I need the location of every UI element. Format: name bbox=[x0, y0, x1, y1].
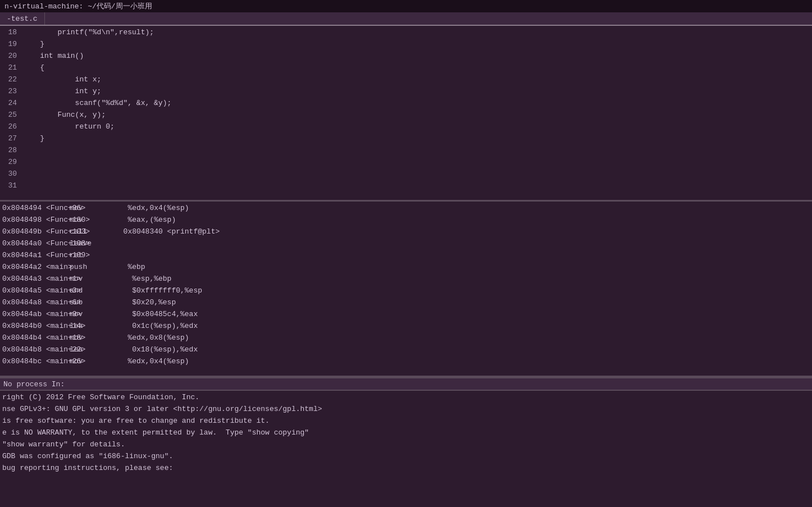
file-tab[interactable]: -test.c bbox=[0, 12, 45, 25]
asm-instruction: call bbox=[70, 227, 115, 236]
source-line: 19 } bbox=[0, 40, 812, 52]
line-code: Func(x, y); bbox=[22, 111, 106, 119]
asm-operands: $0x80485c4,%eax bbox=[115, 310, 198, 318]
asm-operands: %edx,0x8(%esp) bbox=[115, 334, 189, 342]
asm-address: 0x80484b0 <main+14> bbox=[2, 322, 70, 330]
line-number: 30 bbox=[2, 170, 22, 178]
line-code: scanf("%d%d", &x, &y); bbox=[22, 99, 171, 107]
line-code: } bbox=[22, 40, 44, 48]
asm-operands: %esp,%ebp bbox=[115, 275, 171, 283]
asm-operands: 0x8048340 <printf@plt> bbox=[115, 227, 220, 236]
asm-address: 0x80484ab <main+9> bbox=[2, 310, 70, 318]
source-line: 20 int main() bbox=[0, 52, 812, 63]
line-number: 21 bbox=[2, 63, 22, 72]
source-line: 30 bbox=[0, 170, 812, 181]
asm-line: 0x80484a0 <Func+108> leave bbox=[0, 239, 812, 251]
asm-address: 0x80484a1 <Func+109> bbox=[2, 251, 70, 259]
console-line: e is NO WARRANTY, to the extent permitte… bbox=[2, 428, 810, 440]
source-line: 22 int x; bbox=[0, 75, 812, 87]
asm-address: 0x80484a2 <main> bbox=[2, 263, 70, 271]
asm-line: 0x80484a1 <Func+109> ret bbox=[0, 251, 812, 263]
line-code: } bbox=[22, 134, 44, 143]
line-code: { bbox=[22, 63, 44, 72]
source-line: 28 bbox=[0, 146, 812, 158]
asm-instruction: ret bbox=[70, 251, 115, 259]
console-line: nse GPLv3+: GNU GPL version 3 or later <… bbox=[2, 405, 810, 417]
source-line: 26 return 0; bbox=[0, 122, 812, 134]
line-code: return 0; bbox=[22, 122, 115, 131]
asm-address: 0x80484a5 <main+3> bbox=[2, 286, 70, 295]
asm-address: 0x80484b4 <main+18> bbox=[2, 334, 70, 342]
asm-operands: %ebp bbox=[115, 263, 145, 271]
source-line: 25 Func(x, y); bbox=[0, 111, 812, 122]
asm-instruction: mov bbox=[70, 275, 115, 283]
line-code: int x; bbox=[22, 75, 101, 84]
line-number: 31 bbox=[2, 181, 22, 190]
line-code: int y; bbox=[22, 87, 101, 95]
asm-operands: $0x20,%esp bbox=[115, 298, 176, 307]
asm-line: 0x80484b0 <main+14> lea 0x1c(%esp),%edx bbox=[0, 322, 812, 334]
asm-address: 0x8048494 <Func+96> bbox=[2, 204, 70, 212]
line-number: 18 bbox=[2, 28, 22, 36]
asm-line: 0x80484a2 <main> push %ebp bbox=[0, 263, 812, 275]
asm-instruction: mov bbox=[70, 334, 115, 342]
line-number: 27 bbox=[2, 134, 22, 143]
asm-instruction: mov bbox=[70, 216, 115, 224]
console-line: GDB was configured as "i686-linux-gnu". bbox=[2, 452, 810, 464]
source-line: 27 } bbox=[0, 134, 812, 146]
asm-operands: 0x18(%esp),%edx bbox=[115, 345, 198, 354]
source-pane: 18 printf("%d\n",result);19 }20 int main… bbox=[0, 26, 812, 200]
asm-address: 0x8048498 <Func+100> bbox=[2, 216, 70, 224]
asm-address: 0x80484b8 <main+22> bbox=[2, 345, 70, 354]
line-number: 19 bbox=[2, 40, 22, 48]
source-line: 29 bbox=[0, 158, 812, 170]
asm-line: 0x8048494 <Func+96> mov %edx,0x4(%esp) bbox=[0, 204, 812, 216]
status-text: No process In: bbox=[3, 380, 65, 389]
line-number: 29 bbox=[2, 158, 22, 166]
asm-instruction: sub bbox=[70, 298, 115, 307]
asm-instruction: leave bbox=[70, 239, 115, 248]
asm-line: 0x80484bc <main+26> mov %edx,0x4(%esp) bbox=[0, 357, 812, 369]
asm-operands: %eax,(%esp) bbox=[115, 216, 176, 224]
asm-line: 0x8048498 <Func+100> mov %eax,(%esp) bbox=[0, 216, 812, 227]
asm-line: 0x80484a8 <main+6> sub $0x20,%esp bbox=[0, 298, 812, 310]
console-line: right (C) 2012 Free Software Foundation,… bbox=[2, 393, 810, 405]
asm-address: 0x804849b <Func+103> bbox=[2, 227, 70, 236]
console-line: "show warranty" for details. bbox=[2, 440, 810, 452]
asm-instruction: and bbox=[70, 286, 115, 295]
asm-instruction: push bbox=[70, 263, 115, 271]
asm-operands: 0x1c(%esp),%edx bbox=[115, 322, 198, 330]
line-code: int main() bbox=[22, 52, 84, 60]
asm-instruction: mov bbox=[70, 357, 115, 366]
file-tab-label: -test.c bbox=[7, 15, 38, 23]
asm-address: 0x80484a3 <main+1> bbox=[2, 275, 70, 283]
asm-line: 0x80484a5 <main+3> and $0xfffffff0,%esp bbox=[0, 286, 812, 298]
asm-instruction: lea bbox=[70, 345, 115, 354]
line-number: 24 bbox=[2, 99, 22, 107]
source-line: 23 int y; bbox=[0, 87, 812, 99]
line-number: 25 bbox=[2, 111, 22, 119]
line-number: 22 bbox=[2, 75, 22, 84]
asm-line: 0x80484a3 <main+1> mov %esp,%ebp bbox=[0, 275, 812, 286]
title-bar: n-virtual-machine: ~/代码/周一小班用 bbox=[0, 0, 812, 12]
console-line: bug reporting instructions, please see: bbox=[2, 464, 810, 476]
asm-instruction: mov bbox=[70, 310, 115, 318]
asm-line: 0x80484ab <main+9> mov $0x80485c4,%eax bbox=[0, 310, 812, 322]
source-line: 18 printf("%d\n",result); bbox=[0, 28, 812, 40]
asm-operands: $0xfffffff0,%esp bbox=[115, 286, 202, 295]
asm-line: 0x804849b <Func+103> call 0x8048340 <pri… bbox=[0, 227, 812, 239]
asm-instruction: lea bbox=[70, 322, 115, 330]
line-number: 23 bbox=[2, 87, 22, 95]
tab-bar: -test.c bbox=[0, 12, 812, 26]
line-code: printf("%d\n",result); bbox=[22, 28, 154, 36]
source-line: 31 bbox=[0, 181, 812, 193]
disasm-pane: 0x8048494 <Func+96> mov %edx,0x4(%esp)0x… bbox=[0, 202, 812, 376]
console-line: is free software: you are free to change… bbox=[2, 417, 810, 428]
title-text: n-virtual-machine: ~/代码/周一小班用 bbox=[4, 1, 152, 11]
asm-address: 0x80484a8 <main+6> bbox=[2, 298, 70, 307]
line-number: 26 bbox=[2, 122, 22, 131]
asm-line: 0x80484b8 <main+22> lea 0x18(%esp),%edx bbox=[0, 345, 812, 357]
console-pane[interactable]: right (C) 2012 Free Software Foundation,… bbox=[0, 391, 812, 507]
line-number: 28 bbox=[2, 146, 22, 154]
asm-operands: %edx,0x4(%esp) bbox=[115, 204, 189, 212]
